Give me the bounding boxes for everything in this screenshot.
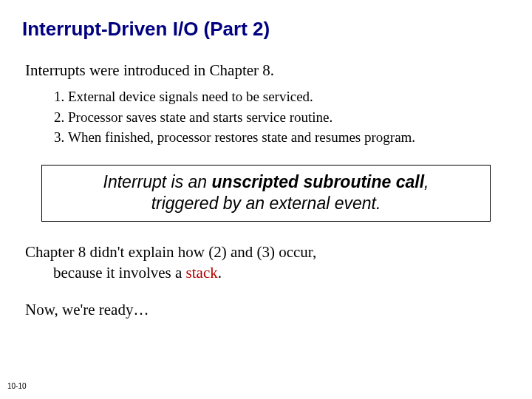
interrupt-steps-list: External device signals need to be servi… (22, 87, 510, 147)
intro-text: Interrupts were introduced in Chapter 8. (22, 61, 510, 80)
callout-box: Interrupt is an unscripted subroutine ca… (41, 165, 491, 222)
explanation-paragraph: Chapter 8 didn't explain how (2) and (3)… (22, 242, 510, 283)
list-item: External device signals need to be servi… (68, 87, 510, 106)
page-number: 10-10 (7, 382, 27, 390)
callout-bold: unscripted subroutine call (212, 172, 425, 191)
stack-keyword: stack (186, 264, 218, 282)
para-text: Chapter 8 didn't explain how (2) and (3)… (25, 243, 316, 261)
para-text: because it involves a (53, 264, 186, 282)
list-item: When finished, processor restores state … (68, 128, 510, 147)
ready-text: Now, we're ready… (22, 301, 510, 319)
callout-text: , (424, 172, 429, 191)
callout-text: Interrupt is an (103, 172, 212, 191)
slide-title: Interrupt-Driven I/O (Part 2) (22, 18, 510, 41)
list-item: Processor saves state and starts service… (68, 108, 510, 127)
callout-text: triggered by an external event. (151, 194, 381, 213)
para-text: . (218, 264, 222, 282)
slide: Interrupt-Driven I/O (Part 2) Interrupts… (0, 0, 532, 399)
para-text-indent: because it involves a stack. (25, 263, 510, 283)
